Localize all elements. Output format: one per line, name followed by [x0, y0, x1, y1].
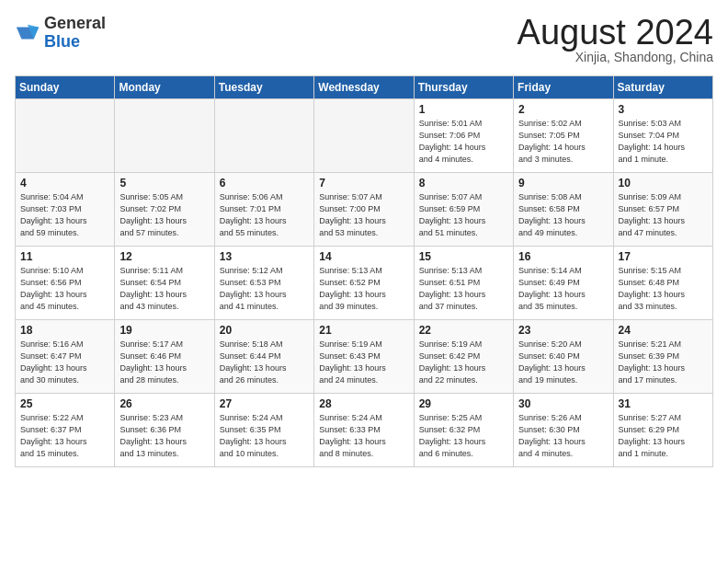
day-number: 21 [319, 324, 408, 337]
day-number: 15 [419, 250, 508, 263]
day-number: 8 [419, 177, 508, 190]
day-info: Sunrise: 5:24 AM Sunset: 6:35 PM Dayligh… [220, 412, 309, 460]
calendar-cell: 25Sunrise: 5:22 AM Sunset: 6:37 PM Dayli… [16, 394, 115, 467]
calendar-cell: 14Sunrise: 5:13 AM Sunset: 6:52 PM Dayli… [314, 247, 414, 320]
weekday-header-friday: Friday [514, 76, 613, 99]
day-number: 7 [319, 177, 408, 190]
calendar-cell: 5Sunrise: 5:05 AM Sunset: 7:02 PM Daylig… [115, 173, 214, 247]
day-info: Sunrise: 5:15 AM Sunset: 6:48 PM Dayligh… [619, 265, 708, 313]
day-info: Sunrise: 5:18 AM Sunset: 6:44 PM Dayligh… [220, 339, 309, 386]
calendar-cell: 24Sunrise: 5:21 AM Sunset: 6:39 PM Dayli… [613, 320, 712, 394]
logo-general-text: General [44, 15, 106, 33]
day-number: 28 [319, 397, 408, 410]
calendar-cell [115, 99, 214, 173]
day-number: 10 [619, 177, 708, 190]
calendar-week-4: 18Sunrise: 5:16 AM Sunset: 6:47 PM Dayli… [16, 320, 713, 394]
calendar-cell: 19Sunrise: 5:17 AM Sunset: 6:46 PM Dayli… [115, 320, 214, 394]
day-number: 3 [619, 103, 708, 116]
day-number: 25 [20, 397, 109, 410]
calendar-cell: 3Sunrise: 5:03 AM Sunset: 7:04 PM Daylig… [613, 99, 712, 173]
calendar-cell: 21Sunrise: 5:19 AM Sunset: 6:43 PM Dayli… [314, 320, 414, 394]
day-number: 23 [518, 324, 608, 337]
day-info: Sunrise: 5:12 AM Sunset: 6:53 PM Dayligh… [220, 265, 309, 313]
day-info: Sunrise: 5:04 AM Sunset: 7:03 PM Dayligh… [20, 191, 109, 239]
weekday-header-row: SundayMondayTuesdayWednesdayThursdayFrid… [16, 76, 713, 99]
day-info: Sunrise: 5:13 AM Sunset: 6:52 PM Dayligh… [319, 265, 408, 313]
calendar-cell: 4Sunrise: 5:04 AM Sunset: 7:03 PM Daylig… [16, 173, 115, 247]
day-number: 17 [619, 250, 708, 263]
day-info: Sunrise: 5:25 AM Sunset: 6:32 PM Dayligh… [419, 412, 508, 460]
day-number: 27 [220, 397, 309, 410]
calendar-cell: 29Sunrise: 5:25 AM Sunset: 6:32 PM Dayli… [414, 394, 513, 467]
weekday-header-monday: Monday [115, 76, 214, 99]
calendar-cell: 1Sunrise: 5:01 AM Sunset: 7:06 PM Daylig… [414, 99, 513, 173]
logo-text: General Blue [44, 15, 106, 52]
day-info: Sunrise: 5:27 AM Sunset: 6:29 PM Dayligh… [619, 412, 708, 460]
day-number: 30 [518, 397, 608, 410]
day-info: Sunrise: 5:24 AM Sunset: 6:33 PM Dayligh… [319, 412, 408, 460]
weekday-header-tuesday: Tuesday [214, 76, 313, 99]
weekday-header-thursday: Thursday [414, 76, 513, 99]
logo: General Blue [15, 15, 106, 52]
calendar-cell: 12Sunrise: 5:11 AM Sunset: 6:54 PM Dayli… [115, 247, 214, 320]
calendar-cell [214, 99, 313, 173]
day-number: 31 [619, 397, 708, 410]
calendar-week-1: 1Sunrise: 5:01 AM Sunset: 7:06 PM Daylig… [16, 99, 713, 173]
calendar-cell: 6Sunrise: 5:06 AM Sunset: 7:01 PM Daylig… [214, 173, 313, 247]
calendar-cell: 23Sunrise: 5:20 AM Sunset: 6:40 PM Dayli… [514, 320, 613, 394]
month-title: August 2024 [518, 15, 713, 50]
day-number: 16 [518, 250, 608, 263]
calendar-cell: 17Sunrise: 5:15 AM Sunset: 6:48 PM Dayli… [613, 247, 712, 320]
calendar-cell [16, 99, 115, 173]
calendar-week-2: 4Sunrise: 5:04 AM Sunset: 7:03 PM Daylig… [16, 173, 713, 247]
day-number: 18 [20, 324, 109, 337]
weekday-header-sunday: Sunday [16, 76, 115, 99]
logo-blue-text: Blue [44, 33, 106, 52]
day-info: Sunrise: 5:26 AM Sunset: 6:30 PM Dayligh… [518, 412, 608, 460]
calendar-cell: 20Sunrise: 5:18 AM Sunset: 6:44 PM Dayli… [214, 320, 313, 394]
day-info: Sunrise: 5:21 AM Sunset: 6:39 PM Dayligh… [619, 339, 708, 386]
calendar-cell: 8Sunrise: 5:07 AM Sunset: 6:59 PM Daylig… [414, 173, 513, 247]
day-info: Sunrise: 5:11 AM Sunset: 6:54 PM Dayligh… [119, 265, 209, 313]
day-number: 1 [419, 103, 508, 116]
day-info: Sunrise: 5:13 AM Sunset: 6:51 PM Dayligh… [419, 265, 508, 313]
calendar-cell: 13Sunrise: 5:12 AM Sunset: 6:53 PM Dayli… [214, 247, 313, 320]
day-info: Sunrise: 5:22 AM Sunset: 6:37 PM Dayligh… [20, 412, 109, 460]
day-number: 13 [220, 250, 309, 263]
day-info: Sunrise: 5:05 AM Sunset: 7:02 PM Dayligh… [119, 191, 209, 239]
day-number: 26 [119, 397, 209, 410]
day-info: Sunrise: 5:07 AM Sunset: 7:00 PM Dayligh… [319, 191, 408, 239]
day-info: Sunrise: 5:16 AM Sunset: 6:47 PM Dayligh… [20, 339, 109, 386]
day-info: Sunrise: 5:19 AM Sunset: 6:43 PM Dayligh… [319, 339, 408, 386]
day-info: Sunrise: 5:10 AM Sunset: 6:56 PM Dayligh… [20, 265, 109, 313]
day-number: 20 [220, 324, 309, 337]
day-number: 4 [20, 177, 109, 190]
day-info: Sunrise: 5:20 AM Sunset: 6:40 PM Dayligh… [518, 339, 608, 386]
calendar-week-3: 11Sunrise: 5:10 AM Sunset: 6:56 PM Dayli… [16, 247, 713, 320]
day-number: 24 [619, 324, 708, 337]
calendar-cell: 2Sunrise: 5:02 AM Sunset: 7:05 PM Daylig… [514, 99, 613, 173]
day-number: 22 [419, 324, 508, 337]
calendar-cell: 31Sunrise: 5:27 AM Sunset: 6:29 PM Dayli… [613, 394, 712, 467]
weekday-header-wednesday: Wednesday [314, 76, 414, 99]
calendar-cell: 30Sunrise: 5:26 AM Sunset: 6:30 PM Dayli… [514, 394, 613, 467]
day-info: Sunrise: 5:23 AM Sunset: 6:36 PM Dayligh… [119, 412, 209, 460]
day-info: Sunrise: 5:07 AM Sunset: 6:59 PM Dayligh… [419, 191, 508, 239]
day-info: Sunrise: 5:08 AM Sunset: 6:58 PM Dayligh… [518, 191, 608, 239]
calendar-cell: 27Sunrise: 5:24 AM Sunset: 6:35 PM Dayli… [214, 394, 313, 467]
day-number: 14 [319, 250, 408, 263]
calendar-cell: 9Sunrise: 5:08 AM Sunset: 6:58 PM Daylig… [514, 173, 613, 247]
day-number: 29 [419, 397, 508, 410]
day-info: Sunrise: 5:03 AM Sunset: 7:04 PM Dayligh… [619, 118, 708, 166]
calendar-cell: 10Sunrise: 5:09 AM Sunset: 6:57 PM Dayli… [613, 173, 712, 247]
calendar-cell: 22Sunrise: 5:19 AM Sunset: 6:42 PM Dayli… [414, 320, 513, 394]
day-info: Sunrise: 5:09 AM Sunset: 6:57 PM Dayligh… [619, 191, 708, 239]
day-info: Sunrise: 5:02 AM Sunset: 7:05 PM Dayligh… [518, 118, 608, 166]
day-number: 19 [119, 324, 209, 337]
calendar-table: SundayMondayTuesdayWednesdayThursdayFrid… [15, 75, 713, 467]
calendar-cell: 7Sunrise: 5:07 AM Sunset: 7:00 PM Daylig… [314, 173, 414, 247]
day-number: 2 [518, 103, 608, 116]
day-info: Sunrise: 5:01 AM Sunset: 7:06 PM Dayligh… [419, 118, 508, 166]
calendar-cell: 26Sunrise: 5:23 AM Sunset: 6:36 PM Dayli… [115, 394, 214, 467]
day-number: 12 [119, 250, 209, 263]
